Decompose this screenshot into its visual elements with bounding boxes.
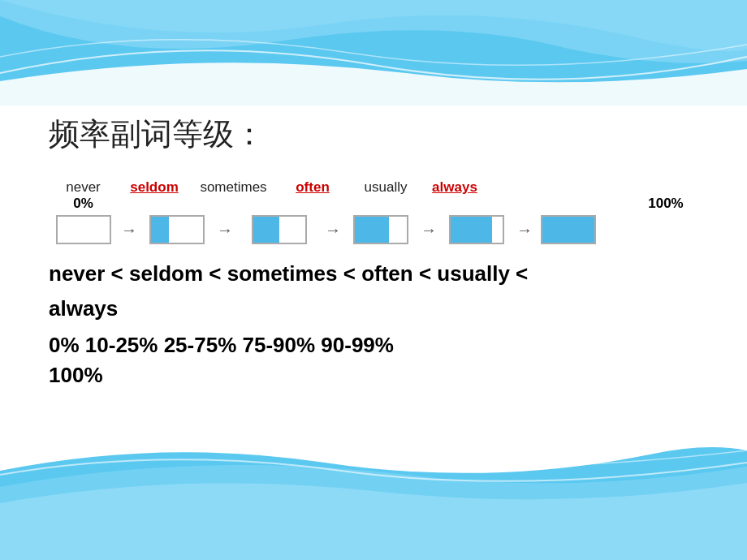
label-usually: usually [349, 179, 422, 196]
box-4-wrapper [344, 215, 417, 244]
box-always [541, 215, 596, 244]
label-always: always [422, 179, 487, 196]
box-sometimes-empty [279, 217, 305, 243]
arrow-2: → [214, 221, 236, 239]
percent-range-line-2: 100% [49, 363, 698, 388]
box-often-empty [389, 217, 407, 243]
box-usually-empty [492, 217, 503, 243]
box-6-wrapper [536, 215, 601, 244]
label-never: never [49, 179, 118, 196]
box-diagram-row: → → → [49, 215, 698, 244]
box-2-wrapper [140, 215, 214, 244]
slide: 频率副词等级： never seldom sometimes often usu… [0, 0, 747, 560]
box-1-wrapper [49, 215, 118, 244]
box-never [56, 215, 111, 244]
box-usually [449, 215, 504, 244]
arrow-4: → [417, 221, 440, 239]
box-3-wrapper [236, 215, 322, 244]
formula-line-1: never < seldom < sometimes < often < usu… [49, 259, 698, 288]
box-often [353, 215, 408, 244]
box-sometimes-fill [253, 217, 279, 243]
label-often: often [276, 179, 349, 196]
box-always-fill [542, 217, 594, 243]
arrow-5: → [513, 221, 536, 239]
percent-100: 100% [633, 196, 698, 212]
label-sometimes: sometimes [191, 179, 276, 196]
frequency-words-row: never seldom sometimes often usually alw… [49, 179, 698, 196]
label-seldom: seldom [118, 179, 191, 196]
content-area: 频率副词等级： never seldom sometimes often usu… [0, 0, 747, 560]
page-title: 频率副词等级： [49, 114, 698, 155]
percent-extremes-row: 0% 100% [49, 196, 698, 212]
arrow-1: → [118, 221, 140, 239]
box-usually-fill [451, 217, 492, 243]
box-often-fill [355, 217, 389, 243]
box-seldom [149, 215, 205, 244]
box-5-wrapper [440, 215, 513, 244]
frequency-labels-container: never seldom sometimes often usually alw… [49, 179, 698, 212]
box-seldom-fill [151, 217, 169, 243]
formula-line-2: always [49, 296, 698, 321]
box-never-empty [58, 217, 110, 243]
box-seldom-empty [169, 217, 203, 243]
percent-range-line-1: 0% 10-25% 25-75% 75-90% 90-99% [49, 333, 698, 358]
arrow-3: → [322, 221, 344, 239]
box-sometimes [252, 215, 307, 244]
percent-0: 0% [49, 196, 118, 212]
